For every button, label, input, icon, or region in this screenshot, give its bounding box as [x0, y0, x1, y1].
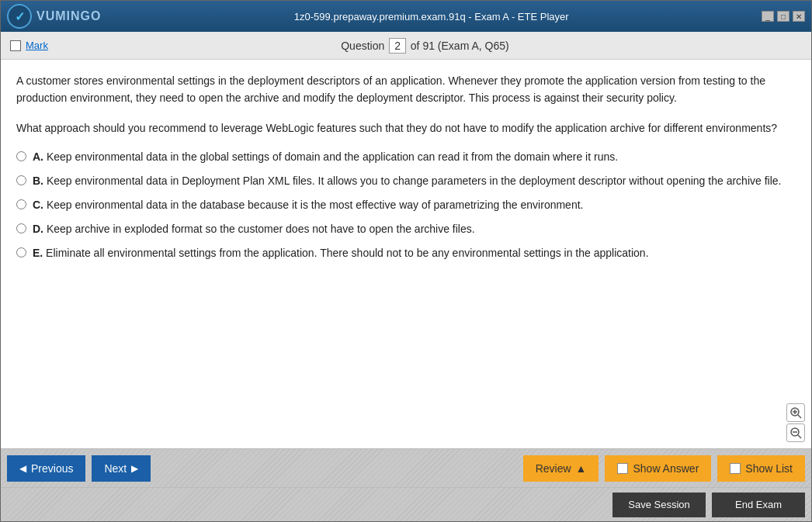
content-area: A customer stores environmental settings… — [1, 60, 811, 448]
svg-line-1 — [798, 415, 801, 418]
show-list-checkbox — [730, 463, 741, 474]
show-answer-label: Show Answer — [633, 462, 699, 475]
logo-vum: VUM — [36, 9, 67, 22]
mark-checkbox-box[interactable] — [10, 40, 21, 51]
option-a-radio[interactable] — [16, 151, 26, 161]
previous-button[interactable]: ◀ Previous — [7, 455, 85, 482]
close-button[interactable]: ✕ — [793, 11, 805, 22]
title-bar: ✓ VUMINGO 1z0-599.prepaway.premium.exam.… — [1, 1, 811, 32]
option-c-text: C. Keep environmental data in the databa… — [33, 197, 796, 213]
question-paragraph1: A customer stores environmental settings… — [16, 72, 796, 107]
show-answer-checkbox — [617, 463, 628, 474]
show-list-button[interactable]: Show List — [717, 455, 805, 482]
app-window: ✓ VUMINGO 1z0-599.prepaway.premium.exam.… — [0, 0, 812, 522]
question-info: Question 2 of 91 (Exam A, Q65) — [341, 38, 508, 54]
end-exam-button[interactable]: End Exam — [712, 493, 805, 517]
option-c: C. Keep environmental data in the databa… — [16, 197, 796, 213]
option-b-text: B. Keep environmental data in Deployment… — [33, 173, 796, 189]
review-button[interactable]: Review ▲ — [523, 455, 599, 482]
review-label: Review — [536, 462, 571, 475]
option-a: A. Keep environmental data in the global… — [16, 149, 796, 165]
option-d: D. Keep archive in exploded format so th… — [16, 221, 796, 237]
save-session-button[interactable]: Save Session — [612, 493, 706, 517]
question-label: Question — [341, 40, 384, 52]
logo-ingo: INGO — [67, 9, 102, 22]
option-d-text: D. Keep archive in exploded format so th… — [33, 221, 796, 237]
show-list-label: Show List — [745, 462, 793, 475]
answer-options: A. Keep environmental data in the global… — [16, 149, 796, 261]
action-bar: Save Session End Exam — [1, 487, 811, 521]
minimize-button[interactable]: _ — [762, 11, 774, 22]
zoom-in-button[interactable] — [786, 403, 805, 422]
restore-button[interactable]: □ — [777, 11, 789, 22]
question-number: 2 — [389, 38, 406, 54]
logo-icon: ✓ — [7, 4, 32, 29]
zoom-out-button[interactable] — [786, 423, 805, 442]
next-label: Next — [104, 462, 127, 475]
logo-text: VUMINGO — [36, 9, 101, 23]
option-a-text: A. Keep environmental data in the global… — [33, 149, 796, 165]
svg-line-5 — [798, 435, 801, 438]
toolbar: Mark Question 2 of 91 (Exam A, Q65) — [1, 32, 811, 60]
logo-area: ✓ VUMINGO — [7, 4, 101, 29]
review-arrow-icon: ▲ — [576, 462, 587, 475]
option-b: B. Keep environmental data in Deployment… — [16, 173, 796, 189]
option-d-radio[interactable] — [16, 223, 26, 233]
next-button[interactable]: Next ▶ — [92, 455, 151, 482]
question-total: of 91 (Exam A, Q65) — [411, 40, 509, 52]
previous-arrow-icon: ◀ — [19, 463, 26, 474]
option-e: E. Eliminate all environmental settings … — [16, 245, 796, 261]
option-c-radio[interactable] — [16, 199, 26, 209]
option-b-radio[interactable] — [16, 175, 26, 185]
question-paragraph2: What approach should you recommend to le… — [16, 119, 796, 137]
previous-label: Previous — [31, 462, 73, 475]
option-e-radio[interactable] — [16, 247, 26, 258]
window-controls: _ □ ✕ — [762, 11, 805, 22]
logo-check-icon: ✓ — [15, 9, 25, 24]
zoom-out-icon — [789, 427, 802, 439]
option-e-text: E. Eliminate all environmental settings … — [33, 245, 796, 261]
bottom-nav: ◀ Previous Next ▶ Review ▲ Show Answer S… — [1, 448, 811, 487]
show-answer-button[interactable]: Show Answer — [605, 455, 711, 482]
window-title: 1z0-599.prepaway.premium.exam.91q - Exam… — [294, 11, 569, 22]
zoom-controls — [786, 403, 805, 442]
mark-label: Mark — [26, 40, 48, 51]
next-arrow-icon: ▶ — [131, 463, 138, 474]
zoom-in-icon — [789, 406, 802, 419]
mark-checkbox[interactable]: Mark — [10, 40, 48, 51]
